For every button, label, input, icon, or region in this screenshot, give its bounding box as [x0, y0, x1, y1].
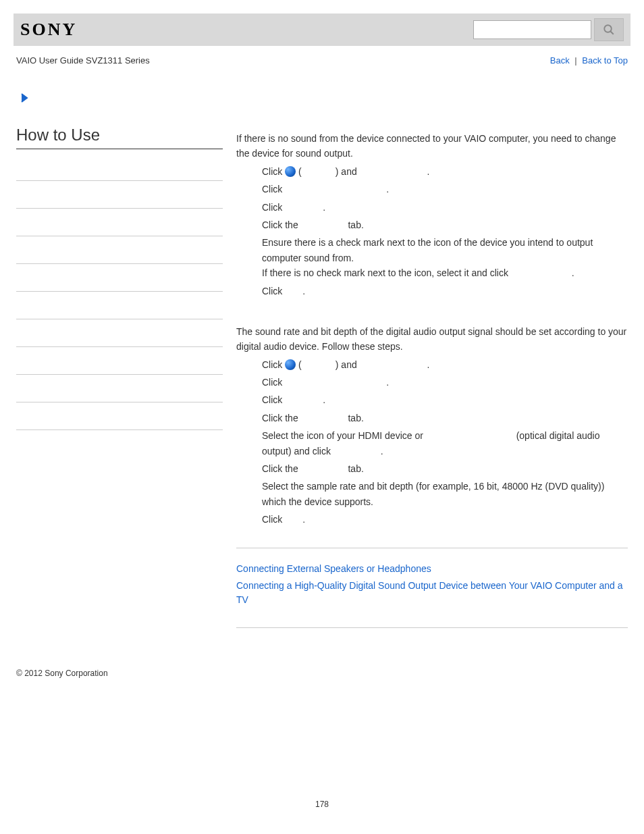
sidebar-item[interactable]	[16, 264, 223, 292]
text: .	[386, 377, 389, 388]
step: Select the sample rate and bit depth (fo…	[262, 479, 628, 509]
text: tab.	[346, 413, 364, 423]
text: tab.	[346, 219, 364, 230]
header-bar: SONY	[14, 14, 630, 46]
back-to-top-link[interactable]: Back to Top	[582, 55, 628, 66]
text: Select the icon of your HDMI device or	[262, 430, 426, 441]
step: Click .	[262, 375, 628, 390]
sidebar-item[interactable]	[16, 319, 223, 347]
step: Click .	[262, 284, 628, 298]
step: Click the tab.	[262, 411, 628, 425]
related-link-speakers[interactable]: Connecting External Speakers or Headphon…	[236, 562, 628, 576]
search-icon	[603, 24, 615, 36]
main-content: If there is no sound from the device con…	[236, 112, 628, 642]
back-link[interactable]: Back	[550, 55, 570, 66]
sidebar-item[interactable]	[16, 181, 223, 209]
related-link-digital-sound[interactable]: Connecting a High-Quality Digital Sound …	[236, 579, 628, 607]
sidebar-item[interactable]	[16, 375, 223, 402]
text: (	[296, 166, 302, 177]
breadcrumb: VAIO User Guide SVZ1311 Series	[16, 55, 150, 66]
text: Click	[262, 514, 285, 525]
text: .	[323, 202, 325, 213]
step: Click () and .	[262, 357, 628, 372]
text: Click	[262, 286, 285, 296]
start-icon	[285, 166, 296, 177]
text: .	[302, 286, 305, 296]
search-button[interactable]	[594, 18, 624, 41]
page-number: 178	[14, 678, 630, 809]
text: Click	[262, 394, 285, 405]
text: .	[572, 267, 574, 278]
text: Click the	[262, 463, 301, 474]
procedure-1: Click () and . Click . Click . Click the…	[236, 164, 628, 298]
text: Click	[262, 202, 285, 213]
text: Ensure there is a check mark next to the…	[262, 235, 628, 265]
step: Click the tab.	[262, 217, 628, 232]
text: Click	[262, 359, 285, 370]
separator	[236, 548, 628, 548]
text: .	[427, 359, 430, 370]
sidebar-item[interactable]	[16, 292, 223, 319]
subheader: VAIO User Guide SVZ1311 Series Back | Ba…	[14, 46, 630, 72]
arrow-block	[14, 72, 630, 112]
step: Click .	[262, 200, 628, 215]
step: Click .	[262, 392, 628, 407]
svg-point-0	[604, 25, 612, 32]
related-topics: Connecting External Speakers or Headphon…	[236, 562, 628, 607]
search-wrap	[473, 18, 624, 41]
sidebar-item[interactable]	[16, 236, 223, 264]
step: Click .	[262, 182, 628, 197]
step: Click .	[262, 512, 628, 527]
text: .	[427, 166, 430, 177]
text: (	[296, 359, 302, 370]
text: Click the	[262, 413, 301, 423]
text: .	[323, 394, 325, 405]
step: Select the icon of your HDMI device or (…	[262, 428, 628, 459]
sidebar-item[interactable]	[16, 402, 223, 430]
copyright-footer: © 2012 Sony Corporation	[14, 642, 630, 678]
search-input[interactable]	[473, 20, 591, 39]
sidebar-item[interactable]	[16, 153, 223, 181]
start-icon	[285, 359, 296, 370]
text: ) and	[336, 359, 360, 370]
sidebar: How to Use	[16, 112, 223, 642]
text: Click the	[262, 219, 301, 230]
chevron-right-icon	[20, 93, 32, 103]
nav-links: Back | Back to Top	[550, 55, 628, 66]
sidebar-item[interactable]	[16, 347, 223, 375]
separator	[236, 627, 628, 628]
text: Click	[262, 184, 285, 194]
step: Ensure there is a check mark next to the…	[262, 235, 628, 280]
nav-separator: |	[574, 55, 576, 66]
sidebar-title: How to Use	[16, 126, 223, 149]
text: If there is no check mark next to the ic…	[262, 267, 511, 278]
text: Click	[262, 166, 285, 177]
text: .	[302, 514, 305, 525]
svg-line-1	[610, 31, 614, 34]
step: Click () and .	[262, 164, 628, 179]
procedure-2: Click () and . Click . Click . Click the…	[236, 357, 628, 527]
text: ) and	[336, 166, 360, 177]
logo: SONY	[20, 20, 77, 40]
text: Click	[262, 377, 285, 388]
sidebar-item[interactable]	[16, 209, 223, 236]
step: Click the tab.	[262, 461, 628, 476]
text: .	[386, 184, 389, 194]
text: tab.	[346, 463, 364, 474]
text: .	[381, 446, 383, 457]
intro-paragraph-2: The sound rate and bit depth of the digi…	[236, 324, 628, 355]
intro-paragraph-1: If there is no sound from the device con…	[236, 131, 628, 161]
